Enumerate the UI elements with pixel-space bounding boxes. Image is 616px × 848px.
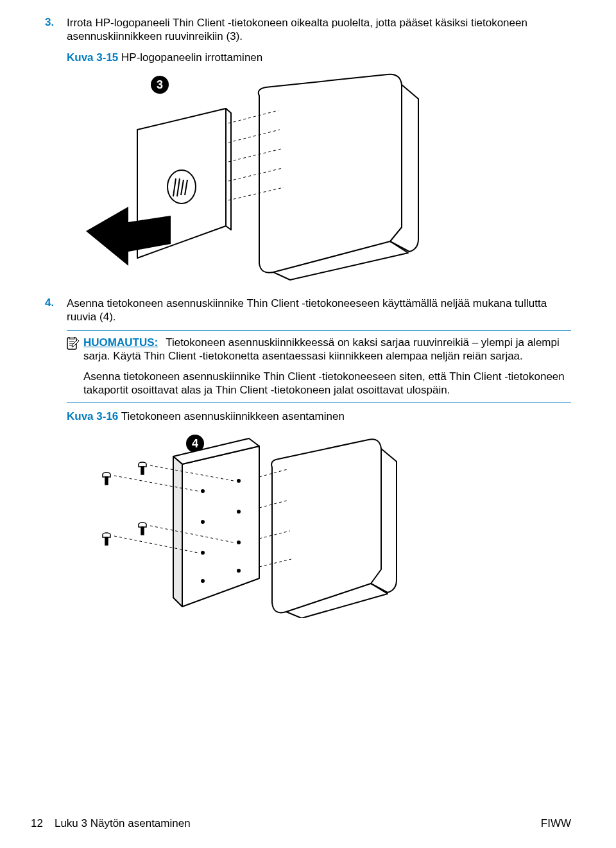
step-3-marker: 3.	[45, 16, 67, 44]
step-3: 3. Irrota HP-logopaneeli Thin Client -ti…	[45, 16, 571, 44]
figure-3-15-image: 3	[67, 73, 571, 285]
svg-point-13	[201, 489, 205, 493]
step-4-text: Asenna tietokoneen asennuskiinnike Thin …	[67, 297, 571, 324]
svg-rect-8	[69, 337, 74, 339]
note-icon	[67, 337, 83, 350]
note-label: HUOMAUTUS:	[83, 336, 158, 349]
step-4: 4. Asenna tietokoneen asennuskiinnike Th…	[45, 297, 571, 324]
document-page: 3. Irrota HP-logopaneeli Thin Client -ti…	[0, 0, 616, 848]
step-4-marker: 4.	[45, 297, 67, 324]
lang-code: FIWW	[541, 817, 571, 830]
figure-3-16-caption: Kuva 3-16 Tietokoneen asennuskiinnikkeen…	[67, 410, 571, 423]
note-block: HUOMAUTUS:Tietokoneen asennuskiinnikkees…	[67, 330, 571, 402]
svg-point-17	[201, 551, 205, 555]
figure-3-15-text: HP-logopaneelin irrottaminen	[121, 51, 262, 64]
figure-3-16-label: Kuva 3-16	[67, 410, 118, 422]
page-footer: 12 Luku 3 Näytön asentaminen FIWW	[0, 817, 616, 830]
svg-point-16	[237, 510, 241, 514]
note-para2: Asenna tietokoneen asennuskiinnike Thin …	[83, 370, 571, 397]
figure-3-15-callout: 3	[157, 78, 163, 91]
svg-point-18	[237, 541, 241, 544]
figure-3-15-label: Kuva 3-15	[67, 51, 118, 64]
page-number: 12	[31, 817, 43, 830]
svg-point-14	[237, 479, 241, 483]
step-3-text: Irrota HP-logopaneeli Thin Client -tieto…	[67, 16, 571, 44]
svg-point-19	[201, 579, 205, 583]
figure-3-16-callout: 4	[192, 437, 198, 450]
svg-point-20	[237, 569, 241, 573]
chapter-title: Luku 3 Näytön asentaminen	[55, 817, 191, 830]
figure-3-16-text: Tietokoneen asennuskiinnikkeen asentamin…	[121, 410, 345, 422]
figure-3-15-caption: Kuva 3-15 HP-logopaneelin irrottaminen	[67, 51, 571, 64]
figure-3-16-image: 4	[67, 432, 571, 618]
svg-point-15	[201, 520, 205, 524]
